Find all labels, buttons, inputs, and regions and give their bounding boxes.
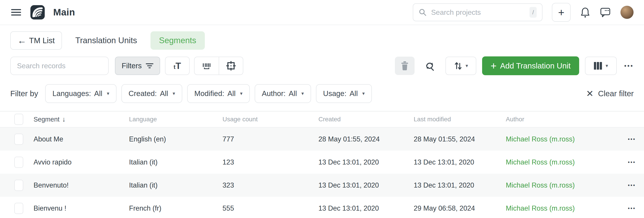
- trash-icon: [401, 61, 409, 71]
- search-shortcut-badge: /: [530, 7, 537, 18]
- cell-created: 13 Dec 13:01, 2020: [318, 181, 414, 189]
- row-actions-button[interactable]: •••: [624, 205, 644, 211]
- row-checkbox[interactable]: [14, 157, 23, 168]
- user-avatar[interactable]: [620, 6, 634, 19]
- column-header-language[interactable]: Language: [129, 116, 222, 123]
- view-mode-group: [194, 57, 243, 75]
- author-link[interactable]: Michael Ross (m.ross): [506, 181, 624, 189]
- cell-last-modified: 29 May 06:58, 2024: [414, 204, 506, 212]
- tab-segments[interactable]: Segments: [150, 31, 205, 50]
- focus-frame-icon: [226, 61, 236, 71]
- hamburger-menu-icon[interactable]: [10, 7, 22, 18]
- focus-frame-button[interactable]: [219, 57, 243, 75]
- cell-language: English (en): [129, 135, 222, 143]
- sort-desc-icon: ↓: [62, 115, 66, 123]
- filter-pill-name: Modified:: [194, 89, 224, 98]
- caret-down-icon: ▾: [302, 91, 304, 96]
- filter-pill[interactable]: Usage: All ▾: [316, 84, 372, 103]
- row-checkbox[interactable]: [14, 203, 23, 214]
- filter-pill[interactable]: Languages: All ▾: [45, 84, 116, 103]
- row-actions-button[interactable]: •••: [624, 182, 644, 188]
- project-search-input[interactable]: [431, 8, 525, 17]
- cell-created: 13 Dec 13:01, 2020: [318, 158, 414, 166]
- top-bar: Main / +: [0, 0, 644, 25]
- cell-created: 28 May 01:55, 2024: [318, 135, 414, 143]
- barcode-icon: [202, 61, 211, 71]
- table-row[interactable]: Benvenuto! Italian (it) 323 13 Dec 13:01…: [0, 174, 644, 197]
- back-to-tm-list-button[interactable]: ← TM List: [10, 31, 62, 50]
- records-toolbar: Filters tT: [0, 56, 644, 75]
- back-arrow-icon: ←: [18, 36, 26, 45]
- filter-pill-name: Usage:: [323, 89, 346, 98]
- clear-filter-label: Clear filter: [598, 89, 634, 98]
- author-link[interactable]: Michael Ross (m.ross): [506, 204, 624, 212]
- author-link[interactable]: Michael Ross (m.ross): [506, 135, 624, 143]
- notifications-button[interactable]: [580, 7, 590, 18]
- cell-last-modified: 13 Dec 13:01, 2020: [414, 158, 506, 166]
- add-translation-unit-label: Add Translation Unit: [500, 61, 571, 70]
- filter-pill-name: Languages:: [52, 89, 91, 98]
- text-size-icon: tT: [174, 61, 181, 71]
- plus-icon: +: [558, 6, 564, 19]
- column-header-author[interactable]: Author: [506, 116, 624, 123]
- feedback-button[interactable]: [600, 7, 611, 18]
- cell-created: 13 Dec 13:01, 2020: [318, 204, 414, 212]
- table-row[interactable]: Avvio rapido Italian (it) 123 13 Dec 13:…: [0, 151, 644, 174]
- columns-button[interactable]: ▾: [585, 57, 617, 75]
- filters-button-label: Filters: [122, 62, 142, 70]
- text-case-button[interactable]: tT: [165, 57, 190, 75]
- sort-arrows-icon: [454, 61, 463, 71]
- back-button-label: TM List: [29, 36, 55, 45]
- sort-button[interactable]: ▾: [446, 57, 476, 75]
- row-actions-button[interactable]: •••: [624, 159, 644, 165]
- cell-segment: Bienvenu !: [34, 204, 129, 212]
- close-icon: ✕: [586, 88, 594, 99]
- filter-pill[interactable]: Author: All ▾: [255, 84, 311, 103]
- cell-segment: Avvio rapido: [34, 158, 129, 166]
- delete-selected-button[interactable]: [395, 57, 414, 75]
- bell-icon: [580, 7, 590, 18]
- filter-pill-value: All: [289, 89, 297, 98]
- filter-bar: Filter by Languages: All ▾ Created: All …: [0, 84, 644, 103]
- table-row[interactable]: Bienvenu ! French (fr) 555 13 Dec 13:01,…: [0, 197, 644, 218]
- filter-by-label: Filter by: [10, 89, 38, 98]
- cell-usage-count: 323: [222, 181, 318, 189]
- more-options-button[interactable]: •••: [624, 62, 634, 69]
- filter-pill-value: All: [94, 89, 102, 98]
- select-all-checkbox[interactable]: [14, 114, 23, 125]
- row-checkbox[interactable]: [14, 134, 23, 145]
- table-header-row: Segment ↓ Language Usage count Created L…: [0, 111, 644, 128]
- add-translation-unit-button[interactable]: + Add Translation Unit: [482, 56, 579, 75]
- caret-down-icon: ▾: [173, 91, 175, 96]
- cell-segment: About Me: [34, 135, 129, 143]
- filters-button[interactable]: Filters: [115, 57, 160, 75]
- row-actions-button[interactable]: •••: [624, 136, 644, 142]
- cell-last-modified: 13 Dec 13:01, 2020: [414, 181, 506, 189]
- column-header-created[interactable]: Created: [318, 116, 414, 123]
- table-row[interactable]: About Me English (en) 777 28 May 01:55, …: [0, 128, 644, 151]
- view-tabs: ← TM List Translation Units Segments: [0, 31, 644, 50]
- caret-down-icon: ▾: [107, 91, 109, 96]
- records-search: [10, 57, 109, 75]
- find-replace-button[interactable]: [424, 60, 435, 71]
- tab-translation-units[interactable]: Translation Units: [75, 36, 137, 45]
- caret-down-icon: ▾: [606, 63, 608, 69]
- filter-pill[interactable]: Modified: All ▾: [187, 84, 250, 103]
- clear-filter-button[interactable]: ✕ Clear filter: [586, 88, 634, 99]
- find-replace-icon: [424, 60, 435, 71]
- segments-table: Segment ↓ Language Usage count Created L…: [0, 111, 644, 218]
- author-link[interactable]: Michael Ross (m.ross): [506, 158, 624, 166]
- column-header-segment[interactable]: Segment ↓: [34, 115, 129, 123]
- filter-pill[interactable]: Created: All ▾: [122, 84, 182, 103]
- cell-usage-count: 555: [222, 204, 318, 212]
- page-title: Main: [53, 7, 75, 18]
- records-search-input[interactable]: [17, 62, 111, 70]
- row-checkbox[interactable]: [14, 180, 23, 191]
- column-header-last-modified[interactable]: Last modified: [414, 116, 506, 123]
- chat-bubble-icon: [600, 7, 611, 18]
- app-logo[interactable]: [30, 5, 45, 20]
- column-header-usage-count[interactable]: Usage count: [222, 116, 318, 123]
- create-new-button[interactable]: +: [552, 3, 571, 22]
- barcode-view-button[interactable]: [194, 57, 219, 75]
- caret-down-icon: ▾: [240, 91, 242, 96]
